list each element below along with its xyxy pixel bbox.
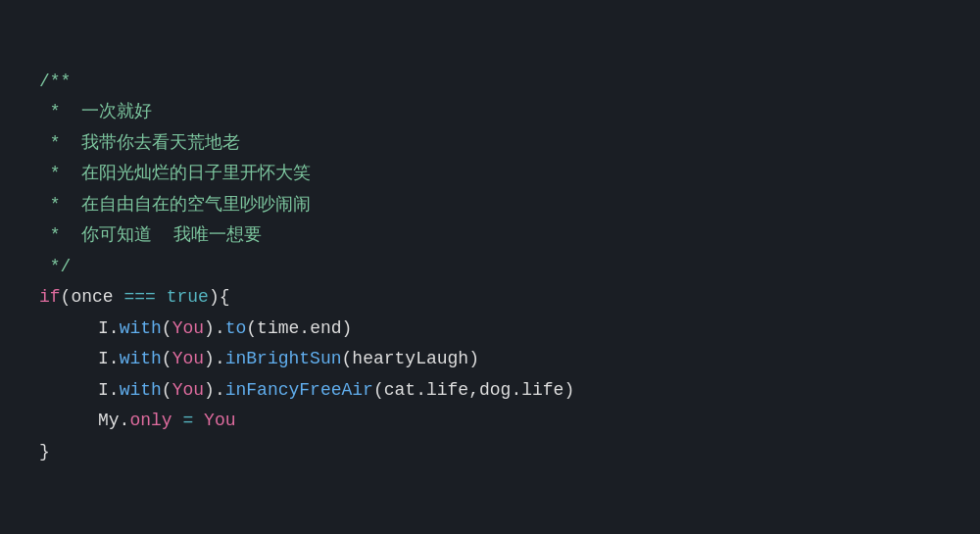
comment-text-2: * 我带你去看天荒地老: [39, 128, 240, 160]
body-line-4: My.only = You: [39, 406, 941, 437]
comment-text-3: * 在阳光灿烂的日子里开怀大笑: [39, 159, 311, 190]
comment-line-3: * 在阳光灿烂的日子里开怀大笑: [39, 159, 941, 190]
paren-l-2b: (: [342, 344, 353, 375]
dot-1c: .: [299, 314, 310, 345]
you-token-4: You: [204, 406, 235, 437]
paren-r-2: ): [204, 344, 215, 375]
body-line-3: I.with(You).inFancyFreeAir(cat.life,dog.…: [39, 375, 941, 407]
closing-brace: }: [39, 437, 50, 468]
you-token-1: You: [172, 314, 204, 345]
comment-text-5: * 你可知道 我唯一想要: [39, 220, 262, 252]
paren-l-3: (: [162, 375, 172, 407]
once-var: once: [71, 282, 113, 314]
dot-2a: .: [109, 344, 120, 375]
code-container: /** * 一次就好 * 我带你去看天荒地老 * 在阳光灿烂的日子里开怀大笑 *…: [20, 37, 960, 498]
with-method-3: with: [120, 375, 162, 407]
dot-2b: .: [215, 344, 225, 375]
dot-4a: .: [120, 406, 130, 437]
if-keyword: if: [39, 282, 61, 314]
with-method-2: with: [120, 344, 162, 375]
comment-open-line: /**: [39, 67, 941, 98]
dot-1a: .: [109, 314, 120, 345]
paren-close-brace: ){: [209, 282, 230, 314]
dot-3a: .: [109, 375, 120, 407]
comment-text-1: * 一次就好: [39, 97, 152, 128]
inFancyFreeAir-method: inFancyFreeAir: [225, 375, 373, 407]
comment-line-2: * 我带你去看天荒地老: [39, 128, 941, 160]
paren-r-3b: ): [564, 375, 574, 407]
My-var: My: [98, 406, 120, 437]
paren-r-3: ): [204, 375, 215, 407]
dot-3b: .: [215, 375, 225, 407]
paren-l-1: (: [162, 314, 172, 345]
if-line: if(once === true){: [39, 282, 941, 314]
life-prop-1: life: [426, 375, 468, 407]
I-var-2: I: [98, 344, 109, 375]
I-var-1: I: [98, 314, 109, 345]
end-prop: end: [310, 314, 341, 345]
strict-eq: ===: [123, 282, 155, 314]
comment-line-5: * 你可知道 我唯一想要: [39, 220, 941, 252]
dog-var: dog: [479, 375, 511, 407]
closing-brace-line: }: [39, 437, 941, 468]
true-val: true: [167, 282, 209, 314]
dot-1b: .: [215, 314, 225, 345]
comment-close: */: [39, 252, 71, 283]
you-token-3: You: [172, 375, 204, 407]
inBrightSun-method: inBrightSun: [225, 344, 342, 375]
life-prop-2: life: [521, 375, 564, 407]
paren-l-2: (: [162, 344, 172, 375]
paren-open: (: [61, 282, 72, 314]
comment-text-4: * 在自由自在的空气里吵吵闹闹: [39, 190, 311, 221]
time-var: time: [257, 314, 299, 345]
paren-l-1b: (: [246, 314, 257, 345]
with-method-1: with: [120, 314, 162, 345]
paren-l-3b: (: [373, 375, 384, 407]
comment-close-line: */: [39, 252, 941, 283]
heartyLaugh-param: heartyLaugh: [352, 344, 468, 375]
comment-line-4: * 在自由自在的空气里吵吵闹闹: [39, 190, 941, 221]
I-var-3: I: [98, 375, 109, 407]
comment-delimiter: /**: [39, 67, 71, 98]
comma-3: ,: [468, 375, 479, 407]
only-keyword: only: [129, 406, 172, 437]
cat-var: cat: [384, 375, 416, 407]
assign-op: =: [182, 406, 193, 437]
dot-3c: .: [416, 375, 426, 407]
comment-line-1: * 一次就好: [39, 97, 941, 128]
paren-r-2b: ): [468, 344, 479, 375]
body-line-1: I.with(You).to(time.end): [39, 314, 941, 345]
body-line-2: I.with(You).inBrightSun(heartyLaugh): [39, 344, 941, 375]
paren-r-1b: ): [342, 314, 353, 345]
to-method: to: [225, 314, 247, 345]
dot-3d: .: [511, 375, 521, 407]
you-token-2: You: [172, 344, 204, 375]
paren-r-1: ): [204, 314, 215, 345]
